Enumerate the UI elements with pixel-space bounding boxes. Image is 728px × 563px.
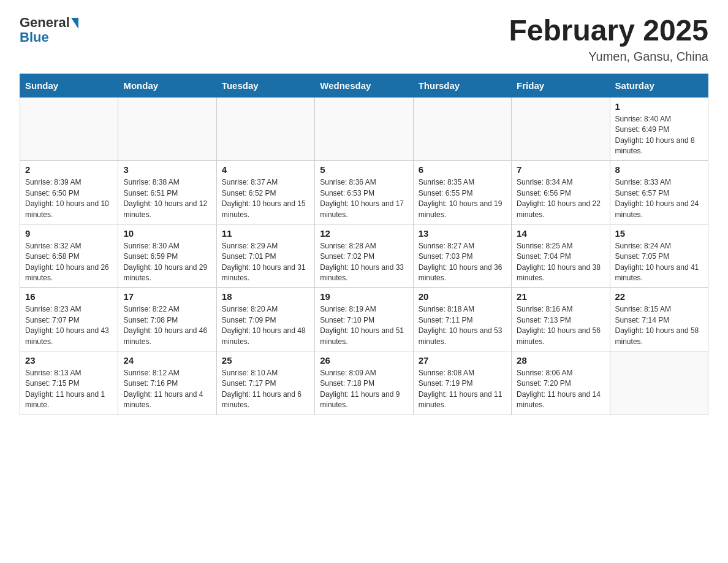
weekday-header-tuesday: Tuesday — [216, 74, 314, 97]
day-number: 7 — [517, 164, 604, 175]
weekday-header-sunday: Sunday — [20, 74, 118, 97]
day-number: 20 — [419, 291, 506, 302]
calendar-cell: 6Sunrise: 8:35 AMSunset: 6:55 PMDaylight… — [413, 161, 511, 224]
calendar-week-5: 23Sunrise: 8:13 AMSunset: 7:15 PMDayligh… — [20, 351, 708, 415]
day-info: Sunrise: 8:18 AMSunset: 7:11 PMDaylight:… — [419, 304, 506, 347]
calendar-cell — [315, 97, 413, 161]
calendar-cell: 3Sunrise: 8:38 AMSunset: 6:51 PMDaylight… — [118, 161, 216, 224]
calendar-cell: 9Sunrise: 8:32 AMSunset: 6:58 PMDaylight… — [20, 224, 118, 288]
day-number: 8 — [615, 164, 703, 175]
logo-blue-text: Blue — [20, 29, 49, 45]
logo-general-text: General — [20, 15, 70, 31]
calendar-title: February 2025 — [509, 15, 708, 47]
day-number: 21 — [517, 291, 604, 302]
day-info: Sunrise: 8:38 AMSunset: 6:51 PMDaylight:… — [123, 177, 211, 220]
day-info: Sunrise: 8:37 AMSunset: 6:52 PMDaylight:… — [222, 177, 309, 220]
day-info: Sunrise: 8:23 AMSunset: 7:07 PMDaylight:… — [25, 304, 113, 347]
day-info: Sunrise: 8:06 AMSunset: 7:20 PMDaylight:… — [517, 368, 604, 411]
weekday-header-monday: Monday — [118, 74, 216, 97]
calendar-header: SundayMondayTuesdayWednesdayThursdayFrid… — [20, 74, 708, 97]
day-info: Sunrise: 8:32 AMSunset: 6:58 PMDaylight:… — [25, 241, 113, 284]
calendar-cell: 25Sunrise: 8:10 AMSunset: 7:17 PMDayligh… — [216, 351, 314, 415]
day-number: 5 — [320, 164, 408, 175]
calendar-cell: 22Sunrise: 8:15 AMSunset: 7:14 PMDayligh… — [610, 288, 708, 351]
day-number: 16 — [25, 291, 113, 302]
calendar-cell — [512, 97, 610, 161]
day-info: Sunrise: 8:24 AMSunset: 7:05 PMDaylight:… — [615, 241, 703, 284]
day-number: 3 — [123, 164, 211, 175]
weekday-row: SundayMondayTuesdayWednesdayThursdayFrid… — [20, 74, 708, 97]
day-number: 18 — [222, 291, 309, 302]
day-info: Sunrise: 8:28 AMSunset: 7:02 PMDaylight:… — [320, 241, 408, 284]
day-number: 15 — [615, 228, 703, 239]
title-block: February 2025 Yumen, Gansu, China — [509, 15, 708, 64]
weekday-header-thursday: Thursday — [413, 74, 511, 97]
calendar-cell: 27Sunrise: 8:08 AMSunset: 7:19 PMDayligh… — [413, 351, 511, 415]
day-info: Sunrise: 8:35 AMSunset: 6:55 PMDaylight:… — [419, 177, 506, 220]
day-info: Sunrise: 8:36 AMSunset: 6:53 PMDaylight:… — [320, 177, 408, 220]
calendar-table: SundayMondayTuesdayWednesdayThursdayFrid… — [20, 74, 708, 415]
calendar-week-1: 1Sunrise: 8:40 AMSunset: 6:49 PMDaylight… — [20, 97, 708, 161]
day-info: Sunrise: 8:20 AMSunset: 7:09 PMDaylight:… — [222, 304, 309, 347]
weekday-header-wednesday: Wednesday — [315, 74, 413, 97]
day-number: 12 — [320, 228, 408, 239]
day-number: 26 — [320, 355, 408, 366]
calendar-cell: 8Sunrise: 8:33 AMSunset: 6:57 PMDaylight… — [610, 161, 708, 224]
calendar-cell: 26Sunrise: 8:09 AMSunset: 7:18 PMDayligh… — [315, 351, 413, 415]
calendar-cell — [610, 351, 708, 415]
calendar-cell: 10Sunrise: 8:30 AMSunset: 6:59 PMDayligh… — [118, 224, 216, 288]
calendar-cell: 14Sunrise: 8:25 AMSunset: 7:04 PMDayligh… — [512, 224, 610, 288]
logo-top: General — [20, 15, 78, 31]
calendar-cell: 17Sunrise: 8:22 AMSunset: 7:08 PMDayligh… — [118, 288, 216, 351]
calendar-cell: 16Sunrise: 8:23 AMSunset: 7:07 PMDayligh… — [20, 288, 118, 351]
day-info: Sunrise: 8:27 AMSunset: 7:03 PMDaylight:… — [419, 241, 506, 284]
calendar-cell: 2Sunrise: 8:39 AMSunset: 6:50 PMDaylight… — [20, 161, 118, 224]
day-number: 11 — [222, 228, 309, 239]
logo: General Blue — [20, 15, 78, 45]
day-number: 22 — [615, 291, 703, 302]
day-number: 25 — [222, 355, 309, 366]
day-number: 13 — [419, 228, 506, 239]
day-number: 19 — [320, 291, 408, 302]
calendar-cell: 1Sunrise: 8:40 AMSunset: 6:49 PMDaylight… — [610, 97, 708, 161]
day-info: Sunrise: 8:09 AMSunset: 7:18 PMDaylight:… — [320, 368, 408, 411]
calendar-cell: 18Sunrise: 8:20 AMSunset: 7:09 PMDayligh… — [216, 288, 314, 351]
calendar-cell: 13Sunrise: 8:27 AMSunset: 7:03 PMDayligh… — [413, 224, 511, 288]
calendar-subtitle: Yumen, Gansu, China — [509, 50, 708, 64]
calendar-cell — [216, 97, 314, 161]
calendar-cell: 21Sunrise: 8:16 AMSunset: 7:13 PMDayligh… — [512, 288, 610, 351]
weekday-header-saturday: Saturday — [610, 74, 708, 97]
day-number: 9 — [25, 228, 113, 239]
calendar-cell: 23Sunrise: 8:13 AMSunset: 7:15 PMDayligh… — [20, 351, 118, 415]
calendar-week-2: 2Sunrise: 8:39 AMSunset: 6:50 PMDaylight… — [20, 161, 708, 224]
calendar-cell: 12Sunrise: 8:28 AMSunset: 7:02 PMDayligh… — [315, 224, 413, 288]
day-info: Sunrise: 8:19 AMSunset: 7:10 PMDaylight:… — [320, 304, 408, 347]
calendar-cell: 7Sunrise: 8:34 AMSunset: 6:56 PMDaylight… — [512, 161, 610, 224]
day-info: Sunrise: 8:40 AMSunset: 6:49 PMDaylight:… — [615, 114, 703, 157]
calendar-week-3: 9Sunrise: 8:32 AMSunset: 6:58 PMDaylight… — [20, 224, 708, 288]
day-number: 1 — [615, 101, 703, 112]
day-info: Sunrise: 8:10 AMSunset: 7:17 PMDaylight:… — [222, 368, 309, 411]
day-info: Sunrise: 8:30 AMSunset: 6:59 PMDaylight:… — [123, 241, 211, 284]
day-number: 2 — [25, 164, 113, 175]
day-info: Sunrise: 8:34 AMSunset: 6:56 PMDaylight:… — [517, 177, 604, 220]
day-info: Sunrise: 8:22 AMSunset: 7:08 PMDaylight:… — [123, 304, 211, 347]
day-number: 6 — [419, 164, 506, 175]
day-info: Sunrise: 8:29 AMSunset: 7:01 PMDaylight:… — [222, 241, 309, 284]
calendar-cell — [413, 97, 511, 161]
day-info: Sunrise: 8:08 AMSunset: 7:19 PMDaylight:… — [419, 368, 506, 411]
day-info: Sunrise: 8:13 AMSunset: 7:15 PMDaylight:… — [25, 368, 113, 411]
calendar-cell: 24Sunrise: 8:12 AMSunset: 7:16 PMDayligh… — [118, 351, 216, 415]
day-number: 10 — [123, 228, 211, 239]
calendar-body: 1Sunrise: 8:40 AMSunset: 6:49 PMDaylight… — [20, 97, 708, 415]
day-number: 24 — [123, 355, 211, 366]
day-info: Sunrise: 8:39 AMSunset: 6:50 PMDaylight:… — [25, 177, 113, 220]
calendar-cell: 19Sunrise: 8:19 AMSunset: 7:10 PMDayligh… — [315, 288, 413, 351]
day-number: 27 — [419, 355, 506, 366]
day-number: 28 — [517, 355, 604, 366]
calendar-cell: 11Sunrise: 8:29 AMSunset: 7:01 PMDayligh… — [216, 224, 314, 288]
day-info: Sunrise: 8:15 AMSunset: 7:14 PMDaylight:… — [615, 304, 703, 347]
calendar-cell: 15Sunrise: 8:24 AMSunset: 7:05 PMDayligh… — [610, 224, 708, 288]
calendar-cell: 20Sunrise: 8:18 AMSunset: 7:11 PMDayligh… — [413, 288, 511, 351]
day-number: 14 — [517, 228, 604, 239]
